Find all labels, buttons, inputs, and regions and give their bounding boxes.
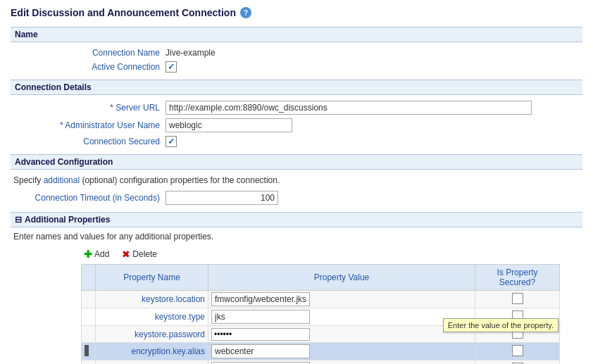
connection-details-section: Connection Details * Server URL * Admini… [11,80,582,147]
connection-secured-row: Connection Secured [11,136,582,147]
timeout-row: Connection Timeout (in Seconds) [11,191,582,205]
additional-props-section: ⊟ Additional Properties Enter names and … [11,212,582,364]
secured-checkbox[interactable] [512,345,523,356]
server-url-value [166,101,532,115]
property-value-cell[interactable] [208,291,475,308]
connection-name-value: Jive-example [166,48,216,58]
active-connection-row: Active Connection [11,61,582,73]
advanced-section-header: Advanced Configuration [11,154,582,170]
connection-name-row: Connection Name Jive-example [11,48,582,58]
server-url-row: * Server URL [11,101,582,115]
props-table-container: ✚ Add ✖ Delete Property Name Property Va… [81,247,560,364]
delete-icon: ✖ [122,249,130,260]
timeout-input[interactable] [166,191,278,205]
property-secured-cell[interactable] [475,360,560,365]
additional-link[interactable]: additional [44,175,80,185]
admin-user-label: * Administrator User Name [11,120,166,130]
admin-user-value [166,118,292,132]
property-name-cell: keystore.password [96,326,208,343]
page-container: Edit Discussion and Announcement Connect… [0,0,593,364]
connection-details-header: Connection Details [11,80,582,95]
properties-table: Property Name Property Value Is Property… [81,264,560,364]
name-section: Name Connection Name Jive-example Active… [11,27,582,73]
property-value-cell[interactable] [208,326,475,343]
property-value-input[interactable] [211,310,310,324]
additional-props-desc: Enter names and values for any additiona… [11,232,582,241]
connection-name-text: Jive-example [166,48,216,58]
property-secured-cell[interactable] [475,343,560,360]
property-name-cell: keystore.location [96,291,208,308]
col-is-secured: Is Property Secured? [475,265,560,291]
admin-user-row: * Administrator User Name [11,118,582,132]
connection-secured-checkbox[interactable] [166,136,177,147]
table-row[interactable]: encryption.key.passw... [82,360,560,365]
delete-button[interactable]: ✖ Delete [119,247,160,261]
property-value-cell[interactable] [208,308,475,326]
property-value-cell[interactable] [208,360,475,365]
add-button[interactable]: ✚ Add [81,247,112,261]
advanced-description: Specify additional (optional) configurat… [11,175,582,185]
active-connection-checkbox[interactable] [166,61,177,73]
collapse-icon: ⊟ [15,215,22,225]
props-toolbar: ✚ Add ✖ Delete [81,247,560,261]
secured-checkbox[interactable] [512,293,523,304]
page-title-text: Edit Discussion and Announcement Connect… [11,7,236,18]
additional-props-label: Additional Properties [25,215,110,225]
active-connection-label: Active Connection [11,62,166,72]
help-icon[interactable]: ? [240,7,251,18]
add-icon: ✚ [84,249,92,260]
property-value-tooltip: Enter the value of the property. [443,318,558,332]
advanced-section: Advanced Configuration Specify additiona… [11,154,582,205]
connection-secured-label: Connection Secured [11,137,166,146]
property-name-cell: encryption.key.alias [96,343,208,360]
timeout-value [166,191,278,205]
connection-name-label: Connection Name [11,48,166,58]
property-name-cell: encryption.key.passw... [96,360,208,365]
property-value-cell[interactable] [208,343,475,360]
row-selector-cell [82,326,96,343]
property-value-input[interactable] [211,292,310,306]
timeout-label: Connection Timeout (in Seconds) [11,193,166,203]
server-url-label: * Server URL [11,103,166,113]
table-row[interactable]: keystore.location [82,291,560,308]
property-secured-cell[interactable] [475,291,560,308]
table-header-row: Property Name Property Value Is Property… [82,265,560,291]
table-row[interactable]: encryption.key.alias [82,343,560,360]
page-title: Edit Discussion and Announcement Connect… [11,7,582,18]
property-value-input[interactable] [211,328,310,341]
col-property-name: Property Name [96,265,208,291]
row-selector-cell [82,360,96,365]
property-name-cell: keystore.type [96,308,208,326]
col-selector [82,265,96,291]
active-connection-value [166,61,177,73]
row-selector-cell [82,291,96,308]
additional-props-header[interactable]: ⊟ Additional Properties [11,212,582,227]
row-selector-cell [82,308,96,326]
property-value-input[interactable] [211,344,310,358]
connection-secured-value [166,136,177,147]
add-label: Add [94,249,109,259]
col-property-value: Property Value [208,265,475,291]
row-selector-cell [82,343,96,360]
server-url-input[interactable] [166,101,532,115]
name-section-header: Name [11,27,582,42]
admin-user-input[interactable] [166,118,292,132]
delete-label: Delete [132,249,157,259]
